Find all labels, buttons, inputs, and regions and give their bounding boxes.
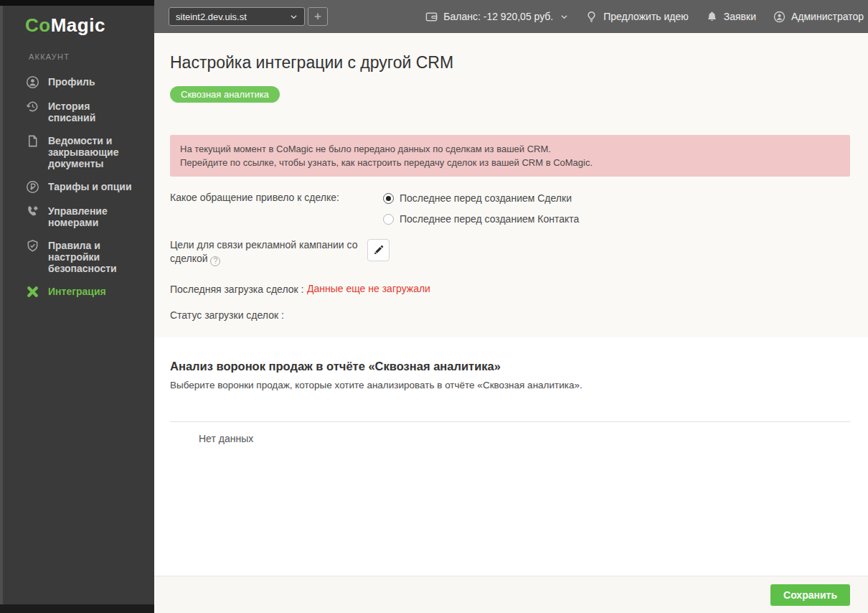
logo-part-green: Co xyxy=(25,14,51,36)
suggest-idea-label: Предложить идею xyxy=(603,11,689,22)
sidebar-item-integration[interactable]: Интеграция xyxy=(0,280,154,304)
sidebar-section-account: АККАУНТ xyxy=(29,52,70,61)
main-content: Настройка интеграции с другой CRM Сквозн… xyxy=(154,33,868,613)
sidebar-item-profile[interactable]: Профиль xyxy=(0,70,154,95)
logo-part-white: Magic xyxy=(51,14,105,36)
history-icon xyxy=(26,100,39,113)
last-upload-label: Последняя загрузка сделок : xyxy=(170,283,303,296)
ruble-circle-icon xyxy=(26,180,39,194)
topbar-right-cluster: Баланс: -12 920,05 руб. Предложить идею xyxy=(425,0,864,33)
sidebar-item-tariffs[interactable]: Тарифы и опции xyxy=(0,175,154,200)
radio-last-before-contact[interactable]: Последнее перед созданием Контакта xyxy=(383,213,579,225)
empty-funnels-text: Нет данных xyxy=(199,433,253,444)
warning-banner: На текущий момент в CoMagic не было пере… xyxy=(170,135,850,177)
help-icon[interactable]: ? xyxy=(210,256,220,266)
user-menu[interactable]: Администратор xyxy=(773,11,864,23)
suggest-idea-button[interactable]: Предложить идею xyxy=(585,11,689,23)
document-icon xyxy=(26,134,39,148)
warning-line-2: Перейдите по ссылке, чтобы узнать, как н… xyxy=(180,156,840,169)
sidebar-item-number-management[interactable]: Управление номерами xyxy=(0,200,154,234)
balance-label: Баланс: -12 920,05 руб. xyxy=(443,11,553,22)
analytics-badge[interactable]: Сквозная аналитика xyxy=(170,86,280,103)
chevron-down-icon xyxy=(290,13,298,21)
sidebar: CoMagic АККАУНТ Профиль xyxy=(0,0,154,613)
tickets-button[interactable]: Заявки xyxy=(706,11,756,23)
phone-gear-icon xyxy=(26,205,39,218)
save-button[interactable]: Сохранить xyxy=(770,584,850,606)
radio-last-before-deal[interactable]: Последнее перед созданием Сделки xyxy=(383,192,572,204)
upload-status-label: Статус загрузки сделок : xyxy=(170,309,284,322)
edit-goals-button[interactable] xyxy=(367,239,390,261)
funnels-section-subtitle: Выберите воронки продаж, которые хотите … xyxy=(170,380,582,390)
radio-circle-icon xyxy=(383,193,394,204)
tickets-label: Заявки xyxy=(724,11,756,22)
sidebar-menu: Профиль История списаний xyxy=(0,70,154,304)
account-selector-value: siteint2.dev.uis.st xyxy=(176,11,288,22)
sidebar-top-strip xyxy=(0,0,154,6)
comagic-logo: CoMagic xyxy=(25,14,105,37)
account-selector[interactable]: siteint2.dev.uis.st xyxy=(169,7,305,26)
divider xyxy=(170,421,850,422)
pencil-icon xyxy=(373,245,384,256)
sidebar-item-documents[interactable]: Ведомости и закрывающие документы xyxy=(0,129,154,175)
shield-check-icon xyxy=(26,239,39,253)
add-account-button[interactable]: + xyxy=(308,7,328,26)
sidebar-item-write-off-history[interactable]: История списаний xyxy=(0,95,154,129)
wallet-icon xyxy=(425,11,438,23)
person-circle-icon xyxy=(773,11,786,23)
footer-bar: Сохранить xyxy=(154,576,868,613)
integration-icon xyxy=(26,285,39,299)
goals-label: Цели для связи рекламной кампании со сде… xyxy=(170,238,358,266)
topbar: siteint2.dev.uis.st + Баланс: -12 920,05… xyxy=(154,0,868,33)
page-title: Настройка интеграции с другой CRM xyxy=(170,53,453,72)
chevron-down-icon xyxy=(560,13,568,21)
sidebar-item-security-rules[interactable]: Правила и настройки безопасности xyxy=(0,234,154,280)
warning-line-1: На текущий момент в CoMagic не было пере… xyxy=(180,142,840,156)
user-label: Администратор xyxy=(791,11,864,22)
deal-source-label: Какое обращение привело к сделке: xyxy=(170,191,339,205)
last-upload-value: Данные еще не загружали xyxy=(307,283,430,294)
app-root: CoMagic АККАУНТ Профиль xyxy=(0,0,868,613)
radio-circle-icon xyxy=(383,214,394,225)
bell-icon xyxy=(706,11,718,23)
profile-icon xyxy=(26,75,39,89)
balance-menu[interactable]: Баланс: -12 920,05 руб. xyxy=(425,11,568,23)
funnels-section-title: Анализ воронок продаж в отчёте «Сквозная… xyxy=(170,360,501,373)
plus-icon: + xyxy=(314,9,321,24)
sidebar-bottom-strip xyxy=(0,604,154,613)
lightbulb-icon xyxy=(585,11,598,23)
